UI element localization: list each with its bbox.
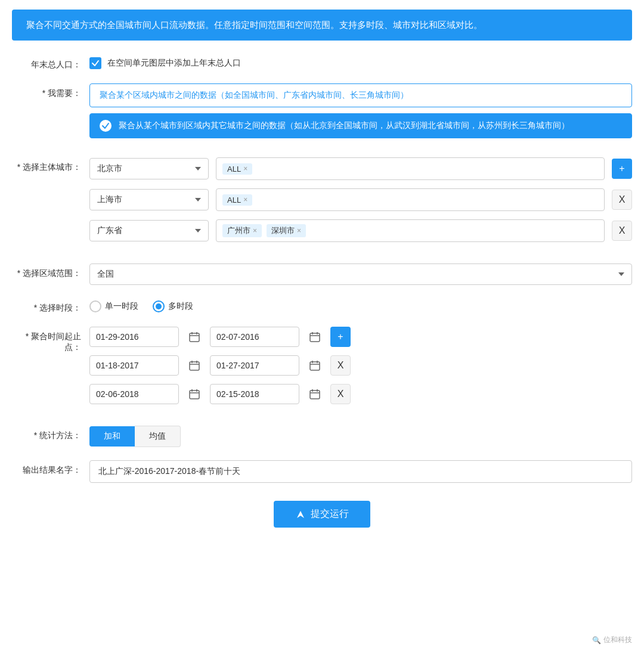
city-row-3: 广东省 广州市 × 深圳市 × X <box>89 219 632 242</box>
start-date-3[interactable] <box>89 384 179 404</box>
svg-rect-4 <box>310 333 320 342</box>
output-content <box>89 460 632 483</box>
city-select-1[interactable]: 北京市 <box>89 158 209 179</box>
add-date-row-button[interactable]: + <box>330 327 351 347</box>
city-row-1: 北京市 ALL × + <box>89 157 632 180</box>
stat-row: * 统计方法： 加和 均值 <box>12 426 632 447</box>
option2-box[interactable]: 聚合从某个城市到区域内其它城市之间的数据（如从北京到全国城市间，从武汉到湖北省城… <box>89 113 632 138</box>
option1-box[interactable]: 聚合某个区域内城市之间的数据（如全国城市间、广东省内城市间、长三角城市间） <box>89 83 632 107</box>
city-content: 北京市 ALL × + 上海市 <box>89 157 632 250</box>
end-date-3[interactable] <box>210 384 299 404</box>
time-period-content: 单一时段 多时段 <box>89 298 632 312</box>
radio-single-circle <box>89 300 101 312</box>
year-end-row: 年末总人口： 在空间单元图层中添加上年末总人口 <box>12 55 632 70</box>
stat-sum-button[interactable]: 加和 <box>89 426 135 447</box>
city-label: * 选择主体城市： <box>12 157 89 173</box>
stat-avg-button[interactable]: 均值 <box>135 426 181 447</box>
remove-city-row-2[interactable]: X <box>612 190 632 210</box>
tag-shenzhen: 深圳市 × <box>267 224 306 237</box>
city-select-2[interactable]: 上海市 <box>89 189 209 210</box>
tag-all-2: ALL × <box>222 194 252 206</box>
watermark-icon: 🔍 <box>592 636 601 644</box>
cal-icon-start-2[interactable] <box>185 356 204 375</box>
remove-city-row-3[interactable]: X <box>612 221 632 241</box>
year-end-label: 年末总人口： <box>12 55 89 70</box>
date-row: * 聚合时间起止点： <box>12 327 632 413</box>
radio-multi-label: 多时段 <box>168 301 193 312</box>
tag-guangzhou-remove[interactable]: × <box>253 227 257 235</box>
cal-icon-start-3[interactable] <box>185 385 204 404</box>
watermark: 🔍 位和科技 <box>592 635 632 645</box>
cal-icon-end-2[interactable] <box>305 356 324 375</box>
need-label: * 我需要： <box>12 83 89 99</box>
output-name-input[interactable] <box>89 460 632 483</box>
region-chevron <box>618 272 624 276</box>
city-select-1-chevron <box>195 167 201 170</box>
city-select-3-chevron <box>195 229 201 232</box>
city-select-1-value: 北京市 <box>97 163 122 174</box>
checkbox-row: 在空间单元图层中添加上年末总人口 <box>89 55 632 69</box>
submit-icon <box>295 509 306 520</box>
svg-rect-16 <box>190 390 199 399</box>
city-select-3-value: 广东省 <box>97 225 122 236</box>
radio-multi[interactable]: 多时段 <box>153 300 193 312</box>
radio-single-label: 单一时段 <box>105 301 138 312</box>
svg-rect-8 <box>190 362 199 370</box>
aggregate-label: * 聚合时间起止点： <box>12 327 89 353</box>
output-label: 输出结果名字： <box>12 460 89 476</box>
city-section: * 选择主体城市： 北京市 ALL × + <box>12 157 632 250</box>
svg-rect-20 <box>310 390 320 399</box>
stat-label: * 统计方法： <box>12 426 89 441</box>
city-row-2: 上海市 ALL × X <box>89 188 632 211</box>
tag-all-1: ALL × <box>222 163 252 175</box>
cal-icon-end-1[interactable] <box>305 327 324 346</box>
city-tags-2[interactable]: ALL × <box>216 188 605 211</box>
city-select-2-value: 上海市 <box>97 194 122 205</box>
end-date-1[interactable] <box>210 327 299 347</box>
date-content: + <box>89 327 632 413</box>
add-city-row-button[interactable]: + <box>612 159 632 179</box>
remove-date-row-2[interactable]: X <box>330 355 351 376</box>
need-row: * 我需要： 聚合某个区域内城市之间的数据（如全国城市间、广东省内城市间、长三角… <box>12 83 632 144</box>
city-tags-1[interactable]: ALL × <box>216 157 605 180</box>
info-banner: 聚合不同交通方式的全国城市间人口流动数据。任意指定时间范围和空间范围。支持多时段… <box>12 10 632 41</box>
date-row-1: + <box>89 327 632 347</box>
radio-single[interactable]: 单一时段 <box>89 300 138 312</box>
date-row-2: X <box>89 355 632 376</box>
cal-icon-start-1[interactable] <box>185 327 204 346</box>
submit-button[interactable]: 提交运行 <box>274 501 370 528</box>
svg-rect-12 <box>310 362 320 370</box>
output-row: 输出结果名字： <box>12 460 632 483</box>
region-label: * 选择区域范围： <box>12 264 89 279</box>
main-container: 聚合不同交通方式的全国城市间人口流动数据。任意指定时间范围和空间范围。支持多时段… <box>0 0 644 651</box>
svg-marker-24 <box>297 511 304 518</box>
city-select-3[interactable]: 广东省 <box>89 220 209 241</box>
start-date-2[interactable] <box>89 355 179 376</box>
stat-buttons: 加和 均值 <box>89 426 632 447</box>
tag-all-2-remove[interactable]: × <box>243 196 247 204</box>
year-end-content: 在空间单元图层中添加上年末总人口 <box>89 55 632 69</box>
option1-text: 聚合某个区域内城市之间的数据（如全国城市间、广东省内城市间、长三角城市间） <box>100 90 408 100</box>
city-tags-3[interactable]: 广州市 × 深圳市 × <box>216 219 605 242</box>
time-period-label: * 选择时段： <box>12 298 89 314</box>
need-content: 聚合某个区域内城市之间的数据（如全国城市间、广东省内城市间、长三角城市间） 聚合… <box>89 83 632 144</box>
cal-icon-end-3[interactable] <box>305 385 324 404</box>
region-content: 全国 <box>89 264 632 285</box>
remove-date-row-3[interactable]: X <box>330 384 351 404</box>
end-date-2[interactable] <box>210 355 299 376</box>
radio-row: 单一时段 多时段 <box>89 298 632 312</box>
tag-guangzhou: 广州市 × <box>222 224 262 237</box>
year-end-checkbox[interactable] <box>89 57 101 69</box>
banner-text: 聚合不同交通方式的全国城市间人口流动数据。任意指定时间范围和空间范围。支持多时段… <box>26 20 482 30</box>
svg-rect-0 <box>190 333 199 342</box>
tag-shenzhen-remove[interactable]: × <box>297 227 301 235</box>
option2-text: 聚合从某个城市到区域内其它城市之间的数据（如从北京到全国城市间，从武汉到湖北省城… <box>119 120 569 130</box>
start-date-1[interactable] <box>89 327 179 347</box>
stat-content: 加和 均值 <box>89 426 632 447</box>
tag-all-1-remove[interactable]: × <box>243 165 247 173</box>
form-section: 年末总人口： 在空间单元图层中添加上年末总人口 * 我需要： <box>0 55 644 483</box>
year-end-checkbox-label: 在空间单元图层中添加上年末总人口 <box>107 58 241 69</box>
region-value: 全国 <box>97 269 114 280</box>
region-select[interactable]: 全国 <box>89 264 632 285</box>
submit-label: 提交运行 <box>311 508 349 520</box>
